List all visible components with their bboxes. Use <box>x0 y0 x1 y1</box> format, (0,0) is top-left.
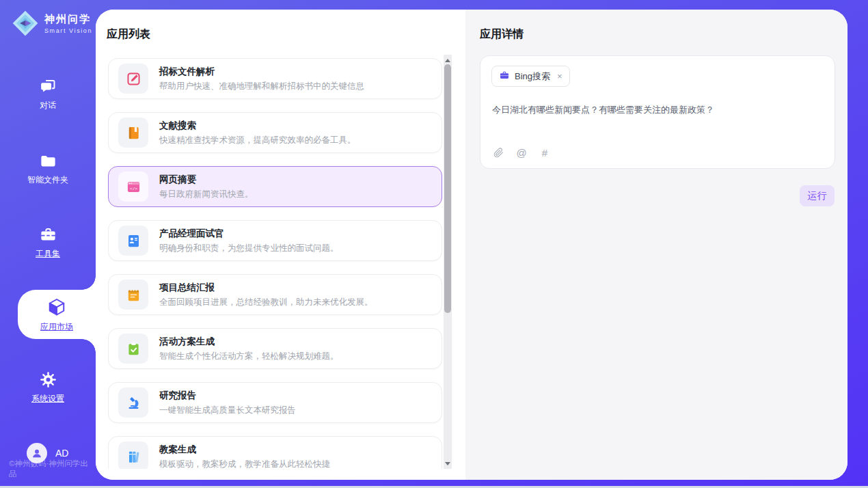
app-list-title: 应用列表 <box>107 27 150 42</box>
app-card-text: 招标文件解析 帮助用户快速、准确地理解和解析招标书中的关键信息 <box>159 67 364 90</box>
user-name: AD <box>55 448 68 459</box>
chip-close-icon[interactable]: × <box>557 71 562 81</box>
app-detail-title: 应用详情 <box>480 27 524 42</box>
prompt-card: Bing搜索 × 今日湖北有哪些新闻要点？有哪些需要关注的最新政策？ @ # <box>480 55 835 169</box>
hash-tag-icon[interactable]: # <box>539 146 551 159</box>
app-card-text: 网页摘要 每日政府新闻资讯快查。 <box>159 175 254 198</box>
notepad-icon <box>118 280 148 310</box>
input-toolbar: @ # <box>492 146 551 159</box>
app-card-text: 研究报告 一键智能生成高质量长文本研究报告 <box>159 391 296 414</box>
diamond-logo-icon <box>11 9 40 38</box>
app-card-text: 文献搜索 快速精准查找学术资源，提高研究效率的必备工具。 <box>159 121 356 144</box>
app-card-desc: 智能生成个性化活动方案，轻松解决规划难题。 <box>159 352 339 361</box>
app-card[interactable]: 教案生成 模板驱动，教案秒成，教学准备从此轻松快捷 <box>108 436 442 469</box>
svg-text:</>: </> <box>129 186 137 191</box>
pen-square-icon <box>118 64 148 94</box>
sidebar-item-gear[interactable]: 系统设置 <box>0 370 96 405</box>
book-icon <box>118 118 148 148</box>
app-card-title: 活动方案生成 <box>159 337 339 347</box>
app-card-desc: 模板驱动，教案秒成，教学准备从此轻松快捷 <box>159 460 330 469</box>
app-card-text: 教案生成 模板驱动，教案秒成，教学准备从此轻松快捷 <box>159 445 330 468</box>
cube-icon <box>46 297 67 317</box>
at-mention-icon[interactable]: @ <box>515 146 528 159</box>
app-card[interactable]: </> 网页摘要 每日政府新闻资讯快查。 <box>108 166 442 207</box>
app-card-desc: 明确身份和职责，为您提供专业性的面试问题。 <box>159 244 339 253</box>
app-detail-pane: 应用详情 Bing搜索 × 今日湖北有哪些新闻要点？有哪些需要关注的最新政策？ … <box>465 10 847 480</box>
microscope-icon <box>118 388 148 418</box>
app-card-title: 项目总结汇报 <box>159 283 373 293</box>
app-window: 神州问学 Smart Vision 对话智能文件夹 工具集 应用市场 系统设置 <box>0 0 868 488</box>
app-card-desc: 一键智能生成高质量长文本研究报告 <box>159 406 296 415</box>
sidebar-item-label: 工具集 <box>36 248 60 260</box>
scroll-up-arrow[interactable] <box>444 56 452 64</box>
app-card[interactable]: 文献搜索 快速精准查找学术资源，提高研究效率的必备工具。 <box>108 112 442 153</box>
briefcase-icon <box>499 70 510 83</box>
app-card-title: 网页摘要 <box>159 175 254 185</box>
sidebar-item-label: 智能文件夹 <box>27 174 68 186</box>
app-card-desc: 全面回顾项目进展，总结经验教训，助力未来优化发展。 <box>159 298 373 307</box>
tool-chip-bing-search[interactable]: Bing搜索 × <box>491 66 570 87</box>
sidebar-item-label: 对话 <box>40 100 56 111</box>
sidebar-item-label: 系统设置 <box>31 393 64 405</box>
books-icon <box>118 442 148 469</box>
toolbox-icon <box>39 226 57 244</box>
query-text[interactable]: 今日湖北有哪些新闻要点？有哪些需要关注的最新政策？ <box>492 104 824 116</box>
copyright-footer: ©神州数码·神州问学出品 <box>9 459 96 479</box>
tool-chip-label: Bing搜索 <box>515 70 550 83</box>
scroll-down-arrow[interactable] <box>444 459 452 467</box>
app-card-title: 产品经理面试官 <box>159 229 339 239</box>
chat-icon <box>39 77 57 96</box>
app-card-text: 产品经理面试官 明确身份和职责，为您提供专业性的面试问题。 <box>159 229 339 252</box>
clipboard-check-icon <box>118 334 148 364</box>
content-panel: 应用列表 招标文件解析 帮助用户快速、准确地理解和解析招标书中的关键信息 文献搜… <box>96 10 847 480</box>
sidebar-item-cube[interactable]: 应用市场 <box>18 290 96 339</box>
app-card[interactable]: 研究报告 一键智能生成高质量长文本研究报告 <box>108 382 442 423</box>
brand-logo: 神州问学 Smart Vision <box>11 9 92 38</box>
app-card-desc: 快速精准查找学术资源，提高研究效率的必备工具。 <box>159 136 356 145</box>
sidebar-item-folder[interactable]: 智能文件夹 <box>0 152 96 186</box>
app-card-text: 项目总结汇报 全面回顾项目进展，总结经验教训，助力未来优化发展。 <box>159 283 373 306</box>
app-card-desc: 帮助用户快速、准确地理解和解析招标书中的关键信息 <box>159 82 364 91</box>
app-card-title: 招标文件解析 <box>159 67 364 77</box>
gear-icon <box>39 370 57 389</box>
person-icon <box>30 446 44 460</box>
app-card[interactable]: 招标文件解析 帮助用户快速、准确地理解和解析招标书中的关键信息 <box>108 58 442 99</box>
paperclip-icon[interactable] <box>492 146 504 159</box>
app-card-title: 文献搜索 <box>159 121 356 131</box>
scrollbar[interactable] <box>444 55 452 469</box>
sidebar: 神州问学 Smart Vision 对话智能文件夹 工具集 应用市场 系统设置 <box>0 0 96 488</box>
app-list-scroll-area: 招标文件解析 帮助用户快速、准确地理解和解析招标书中的关键信息 文献搜索 快速精… <box>108 55 442 469</box>
run-button[interactable]: 运行 <box>800 185 835 206</box>
app-card-text: 活动方案生成 智能生成个性化活动方案，轻松解决规划难题。 <box>159 337 339 360</box>
app-list-pane: 应用列表 招标文件解析 帮助用户快速、准确地理解和解析招标书中的关键信息 文献搜… <box>96 10 465 480</box>
sidebar-item-toolbox[interactable]: 工具集 <box>0 226 96 260</box>
resume-icon <box>118 226 148 256</box>
brand-title: 神州问学 <box>44 13 92 26</box>
folder-icon <box>39 152 57 170</box>
brand-subtitle: Smart Vision <box>44 27 92 34</box>
app-card-title: 教案生成 <box>159 445 330 455</box>
scroll-thumb[interactable] <box>444 64 451 313</box>
browser-code-icon: </> <box>118 172 148 202</box>
app-card-title: 研究报告 <box>159 391 296 401</box>
app-card[interactable]: 产品经理面试官 明确身份和职责，为您提供专业性的面试问题。 <box>108 220 442 261</box>
app-card-desc: 每日政府新闻资讯快查。 <box>159 190 254 199</box>
sidebar-item-chat[interactable]: 对话 <box>0 77 96 111</box>
app-card[interactable]: 项目总结汇报 全面回顾项目进展，总结经验教训，助力未来优化发展。 <box>108 274 442 315</box>
sidebar-item-label: 应用市场 <box>40 321 73 333</box>
app-card[interactable]: 活动方案生成 智能生成个性化活动方案，轻松解决规划难题。 <box>108 328 442 369</box>
